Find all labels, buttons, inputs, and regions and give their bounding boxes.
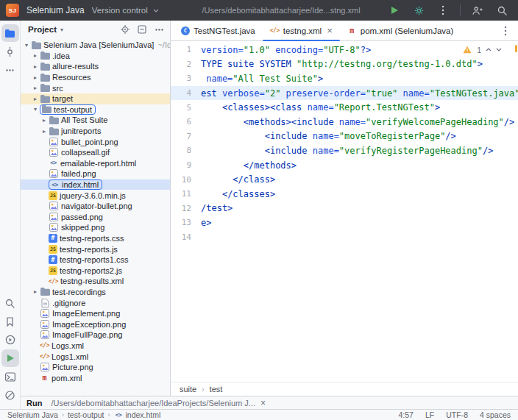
chevron-right-icon[interactable]: ▸ bbox=[40, 128, 49, 135]
code-line-10[interactable]: 10 </class> bbox=[171, 172, 518, 187]
panel-options-button[interactable] bbox=[154, 25, 164, 35]
project-widget[interactable]: Selenium Java bbox=[26, 5, 85, 15]
vcs-widget[interactable]: Version control bbox=[92, 6, 161, 15]
tree-item-testng-reports1-css[interactable]: #testng-reports1.css bbox=[21, 255, 170, 266]
tree-item-pom-xml[interactable]: mpom.xml bbox=[21, 372, 170, 383]
status-crumb-selenium-java[interactable]: Selenium Java bbox=[7, 410, 58, 419]
status-crumb-test-output[interactable]: test-output bbox=[68, 410, 104, 419]
project-tool-button[interactable] bbox=[1, 24, 19, 42]
tree-item-imagefullpage-png[interactable]: ImageFullPage.png bbox=[21, 330, 170, 341]
code-line-7[interactable]: 7 <include name="moveToRegisterPage"/> bbox=[171, 129, 518, 144]
tree-item-testng-reports-css[interactable]: #testng-reports.css bbox=[21, 233, 170, 244]
tree-item-picture-png[interactable]: Picture.png bbox=[21, 362, 170, 373]
tree-item-test-output[interactable]: ▾test-output bbox=[21, 104, 170, 115]
tree-item-logs-xml[interactable]: </>Logs.xml bbox=[21, 341, 170, 352]
chevron-right-icon[interactable]: ▸ bbox=[31, 52, 40, 59]
tree-item-navigator-bullet-png[interactable]: navigator-bullet.png bbox=[21, 201, 170, 212]
code-line-9[interactable]: 9 </methods> bbox=[171, 158, 518, 173]
select-opened-file-button[interactable] bbox=[120, 25, 130, 35]
status-crumb-index-html[interactable]: <>index.html bbox=[114, 410, 161, 419]
code-line-11[interactable]: 11 </classes> bbox=[171, 187, 518, 202]
inspections-widget[interactable]: 1 bbox=[458, 43, 506, 56]
tree-item-testng-results-xml[interactable]: </>testng-results.xml bbox=[21, 276, 170, 287]
chevron-right-icon[interactable]: ▸ bbox=[31, 63, 40, 70]
code-line-13[interactable]: 13e> bbox=[171, 216, 518, 230]
code-line-4[interactable]: 4est verbose="2" preserve-order="true" n… bbox=[171, 86, 518, 101]
tree-item-resources[interactable]: ▸Resources bbox=[21, 72, 170, 83]
tree-item-all-test-suite[interactable]: ▸All Test Suite bbox=[21, 115, 170, 126]
chevron-right-icon[interactable]: ▸ bbox=[40, 117, 49, 124]
problems-tool-button[interactable] bbox=[1, 386, 19, 404]
next-problem-icon[interactable] bbox=[496, 48, 502, 51]
search-tool-button[interactable] bbox=[1, 294, 19, 312]
more-options-button[interactable] bbox=[436, 3, 450, 18]
tree-item-test-recordings[interactable]: ▸test-recordings bbox=[21, 287, 170, 298]
file-encoding[interactable]: UTF-8 bbox=[446, 410, 468, 419]
services-tool-button[interactable] bbox=[1, 331, 19, 349]
tree-item-target[interactable]: ▸target bbox=[21, 93, 170, 104]
tree-item-bullet-point-png[interactable]: bullet_point.png bbox=[21, 136, 170, 147]
code-line-8[interactable]: 8 <include name="verifyRegisterPageHeadi… bbox=[171, 143, 518, 158]
code-line-2[interactable]: 2TYPE suite SYSTEM "http://testng.org/te… bbox=[171, 57, 518, 72]
app-logo[interactable]: SJ bbox=[6, 4, 19, 17]
breadcrumb-suite[interactable]: suite bbox=[180, 385, 196, 394]
maven-icon: m bbox=[40, 374, 49, 382]
settings-button[interactable] bbox=[411, 3, 426, 18]
tree-item-emailable-report-html[interactable]: <>emailable-report.html bbox=[21, 158, 170, 169]
tree-item-junitreports[interactable]: ▸junitreports bbox=[21, 126, 170, 137]
class-icon: C bbox=[181, 26, 190, 35]
project-panel-title[interactable]: Project bbox=[28, 25, 57, 34]
line-separator[interactable]: LF bbox=[425, 410, 434, 419]
tree-item-logs1-xml[interactable]: </>Logs1.xml bbox=[21, 351, 170, 362]
tree-item-selenium-java-seleniumjava[interactable]: ▾Selenium Java [SeleniumJava]~/IdeaProje… bbox=[21, 40, 170, 51]
tab-pom-xml-seleniumjava[interactable]: mpom.xml (SeleniumJava) bbox=[340, 21, 461, 40]
tree-item-testng-reports2-js[interactable]: JStestng-reports2.js bbox=[21, 265, 170, 276]
scrollbar-warning-marker[interactable] bbox=[515, 45, 517, 52]
caret-position[interactable]: 4:57 bbox=[399, 410, 414, 419]
run-button[interactable] bbox=[387, 3, 402, 18]
code-line-6[interactable]: 6 <methods><include name="verifyWelcomeP… bbox=[171, 115, 518, 129]
tree-item-allure-results[interactable]: ▸allure-results bbox=[21, 61, 170, 72]
tree-item-imageexception-png[interactable]: ImageException.png bbox=[21, 318, 170, 330]
editor-options-icon[interactable] bbox=[493, 21, 518, 40]
tree-item-testng-reports-js[interactable]: JStestng-reports.js bbox=[21, 243, 170, 255]
close-icon[interactable]: × bbox=[260, 399, 266, 407]
chevron-right-icon[interactable]: ▸ bbox=[31, 74, 40, 81]
prev-problem-icon[interactable] bbox=[486, 48, 492, 51]
tree-item-imageelement-png[interactable]: ImageElement.png bbox=[21, 308, 170, 319]
tree-item-src[interactable]: ▸src bbox=[21, 82, 170, 93]
chevron-down-icon[interactable]: ▾ bbox=[60, 26, 63, 33]
run-panel-title[interactable]: Run bbox=[26, 399, 42, 407]
code-line-12[interactable]: 12/test> bbox=[171, 202, 518, 216]
collapse-all-button[interactable] bbox=[137, 25, 147, 35]
breadcrumb-test[interactable]: test bbox=[210, 385, 223, 394]
code-line-3[interactable]: 3 name="All Test Suite"> bbox=[171, 71, 518, 86]
chevron-right-icon[interactable]: ▸ bbox=[31, 96, 40, 102]
tree-item-index-html[interactable]: <>index.html bbox=[21, 179, 170, 191]
code-line-14[interactable]: 14 bbox=[171, 230, 518, 245]
run-tool-button[interactable] bbox=[1, 349, 19, 367]
tree-item-idea[interactable]: ▸.idea bbox=[21, 51, 170, 62]
more-tool-windows-tool-button[interactable] bbox=[1, 61, 19, 79]
bookmarks-tool-button[interactable] bbox=[1, 313, 19, 330]
chevron-right-icon[interactable]: ▸ bbox=[31, 85, 40, 91]
indent-style[interactable]: 4 spaces bbox=[480, 410, 511, 419]
tree-item-collapseall-gif[interactable]: collapseall.gif bbox=[21, 147, 170, 158]
chevron-right-icon[interactable]: ▸ bbox=[31, 288, 40, 295]
commit-tool-button[interactable] bbox=[1, 43, 19, 60]
tree-item-failed-png[interactable]: failed.png bbox=[21, 168, 170, 179]
chevron-down-icon[interactable]: ▾ bbox=[22, 42, 31, 49]
tree-item-passed-png[interactable]: passed.png bbox=[21, 212, 170, 223]
code-line-5[interactable]: 5 <classes><class name="Report.TestNGTes… bbox=[171, 100, 518, 115]
user-button[interactable] bbox=[470, 3, 485, 18]
tab-testngtest-java[interactable]: CTestNGTest.java bbox=[174, 21, 263, 40]
chevron-down-icon[interactable]: ▾ bbox=[31, 106, 40, 113]
search-everywhere-button[interactable] bbox=[494, 3, 509, 18]
tree-item-jquery-3-6-0-min-js[interactable]: JSjquery-3.6.0.min.js bbox=[21, 190, 170, 201]
tab-testng-xml[interactable]: </>testng.xml× bbox=[263, 21, 340, 40]
run-tab[interactable]: /Users/debomitabhattacharjee/IdeaProject… bbox=[51, 399, 266, 407]
terminal-tool-button[interactable] bbox=[1, 368, 19, 385]
close-tab-icon[interactable]: × bbox=[327, 26, 333, 35]
tree-item-skipped-png[interactable]: skipped.png bbox=[21, 222, 170, 233]
tree-item-gitignore[interactable]: .gitignore bbox=[21, 297, 170, 308]
